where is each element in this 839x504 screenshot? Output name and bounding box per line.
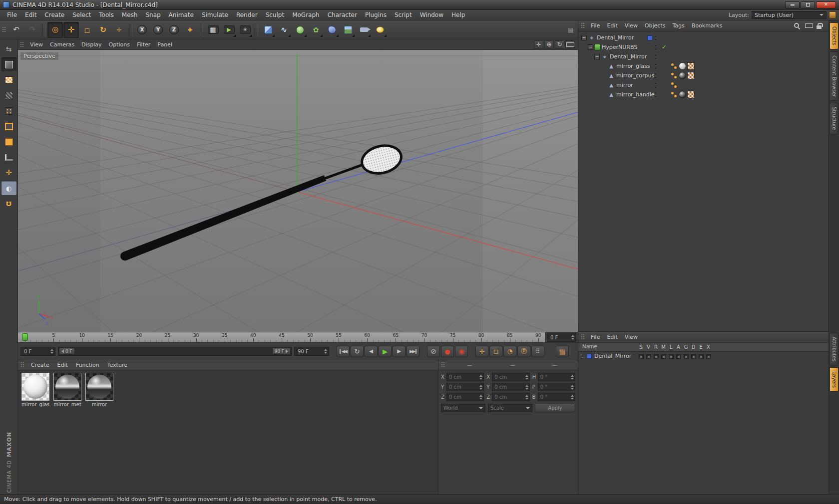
- apply-button[interactable]: Apply: [535, 404, 575, 412]
- object-manager-menu-item[interactable]: View: [621, 22, 641, 29]
- visibility-dots[interactable]: [655, 73, 657, 79]
- maximize-button[interactable]: [801, 1, 815, 8]
- mirror_glas[interactable]: mirror_glas: [20, 373, 50, 407]
- layer-chip[interactable]: [647, 35, 652, 40]
- ruler-frame-field[interactable]: 0 F: [547, 333, 576, 342]
- object-row[interactable]: −Dental_Mirror: [578, 33, 829, 42]
- side-tab[interactable]: Content Browser: [830, 51, 839, 101]
- material-tag-dark[interactable]: [679, 72, 686, 79]
- frame-range-slider[interactable]: 0 F 90 F: [58, 347, 292, 356]
- menu-item[interactable]: Window: [416, 11, 447, 18]
- menu-item[interactable]: Render: [232, 11, 262, 18]
- coordinate-stepper[interactable]: [571, 373, 574, 381]
- material-menu-item[interactable]: Texture: [103, 362, 131, 368]
- object-manager-menu-item[interactable]: Bookmarks: [688, 22, 726, 29]
- visibility-dots[interactable]: [655, 35, 657, 41]
- texture-mode-icon[interactable]: [1, 73, 16, 87]
- play-backward-button[interactable]: [351, 346, 364, 357]
- undo-icon[interactable]: [8, 22, 24, 38]
- viewport-menu-item[interactable]: Panel: [154, 41, 176, 48]
- coordinate-system-icon[interactable]: [182, 22, 198, 38]
- points-mode-icon[interactable]: [1, 104, 16, 118]
- key-parameter-button[interactable]: [517, 346, 530, 357]
- side-tab[interactable]: Structure: [830, 103, 839, 134]
- end-frame-field[interactable]: 90 F: [294, 347, 329, 356]
- layer-toggle[interactable]: [646, 354, 651, 359]
- expander[interactable]: −: [588, 44, 593, 50]
- layer-menu-item[interactable]: File: [587, 334, 603, 340]
- viewport-solo-icon[interactable]: [1, 181, 16, 195]
- size-header[interactable]: —: [492, 362, 532, 368]
- material-tag-light[interactable]: [679, 62, 686, 70]
- coordinate-field[interactable]: 0 cm: [446, 393, 484, 401]
- viewport-menu-item[interactable]: Display: [78, 41, 105, 48]
- position-header[interactable]: —: [449, 362, 490, 368]
- current-frame-field[interactable]: 0 F: [20, 347, 55, 356]
- rotation-header[interactable]: —: [535, 362, 575, 368]
- close-button[interactable]: ✕: [816, 1, 836, 8]
- enabled-toggle[interactable]: ✓: [662, 44, 666, 50]
- viewport-menu-item[interactable]: Cameras: [46, 41, 78, 48]
- menu-item[interactable]: Sculpt: [262, 11, 288, 18]
- coordinate-stepper[interactable]: [571, 383, 574, 391]
- object-row[interactable]: −Dental_Mirror: [578, 52, 829, 61]
- range-start-handle[interactable]: 0 F: [59, 348, 75, 355]
- layer-toggle[interactable]: [706, 354, 711, 359]
- light-icon[interactable]: [372, 22, 388, 38]
- menu-item[interactable]: Tools: [95, 11, 118, 18]
- layer-row[interactable]: Dental_Mirror: [578, 352, 829, 361]
- coordinate-field[interactable]: 0 °: [538, 373, 575, 381]
- keyframe-selection-button[interactable]: [427, 346, 440, 357]
- coordinate-stepper[interactable]: [479, 383, 482, 391]
- visibility-dots[interactable]: [655, 82, 657, 88]
- object-name[interactable]: mirror_corpus: [616, 72, 654, 79]
- phong-tag[interactable]: [670, 81, 678, 89]
- timeline-ruler[interactable]: 051015202530354045505560657075808590: [18, 332, 545, 343]
- menu-item[interactable]: Create: [40, 11, 68, 18]
- layer-menu-item[interactable]: Edit: [603, 334, 621, 340]
- coord-system-select[interactable]: World: [441, 404, 485, 412]
- key-scale-button[interactable]: [489, 346, 502, 357]
- record-button[interactable]: [441, 346, 454, 357]
- object-manager-menu-item[interactable]: File: [587, 22, 603, 29]
- zoom-view-icon[interactable]: [544, 40, 554, 49]
- key-rotation-button[interactable]: [503, 346, 516, 357]
- mirror[interactable]: mirror: [84, 373, 114, 407]
- object-name[interactable]: mirror: [616, 82, 633, 88]
- material-thumbnail[interactable]: [85, 373, 113, 401]
- material-menu-item[interactable]: Function: [72, 362, 103, 368]
- menu-item[interactable]: Animate: [165, 11, 198, 18]
- timeline-options-icon[interactable]: [556, 346, 569, 357]
- environment-icon[interactable]: [340, 22, 356, 38]
- live-selection-icon[interactable]: [47, 22, 63, 38]
- layout-preset-icon[interactable]: [829, 11, 836, 18]
- object-name[interactable]: mirror_handle: [616, 91, 655, 98]
- coordinate-field[interactable]: 0 cm: [492, 383, 529, 391]
- prev-frame-button[interactable]: [365, 346, 378, 357]
- goto-start-button[interactable]: [337, 346, 350, 357]
- range-end-handle[interactable]: 90 F: [272, 348, 291, 355]
- object-manager-menu-item[interactable]: Objects: [641, 22, 669, 29]
- material-grip[interactable]: [20, 362, 25, 368]
- frame-icon[interactable]: [805, 23, 813, 28]
- viewport-menu-item[interactable]: Filter: [133, 41, 154, 48]
- end-frame-stepper[interactable]: [324, 347, 327, 355]
- expander[interactable]: −: [594, 54, 600, 59]
- mirror-head[interactable]: [359, 142, 405, 178]
- maximize-view-icon[interactable]: [565, 40, 575, 49]
- make-editable-icon[interactable]: [1, 42, 16, 56]
- polygons-mode-icon[interactable]: [1, 135, 16, 149]
- coordinate-stepper[interactable]: [525, 373, 528, 381]
- viewport-menu-item[interactable]: View: [26, 41, 46, 48]
- enable-axis-icon[interactable]: [1, 166, 16, 180]
- render-view-icon[interactable]: [205, 22, 221, 38]
- viewport-label[interactable]: Perspective: [20, 52, 58, 60]
- object-row[interactable]: mirror_handle: [578, 90, 829, 99]
- object-name[interactable]: mirror_glass: [616, 63, 650, 69]
- search-icon[interactable]: [794, 22, 802, 29]
- scale-tool-icon[interactable]: [79, 22, 95, 38]
- coordinate-stepper[interactable]: [525, 383, 528, 391]
- layer-toggle[interactable]: [669, 354, 674, 359]
- menu-item[interactable]: Snap: [141, 11, 164, 18]
- pan-view-icon[interactable]: [534, 40, 543, 49]
